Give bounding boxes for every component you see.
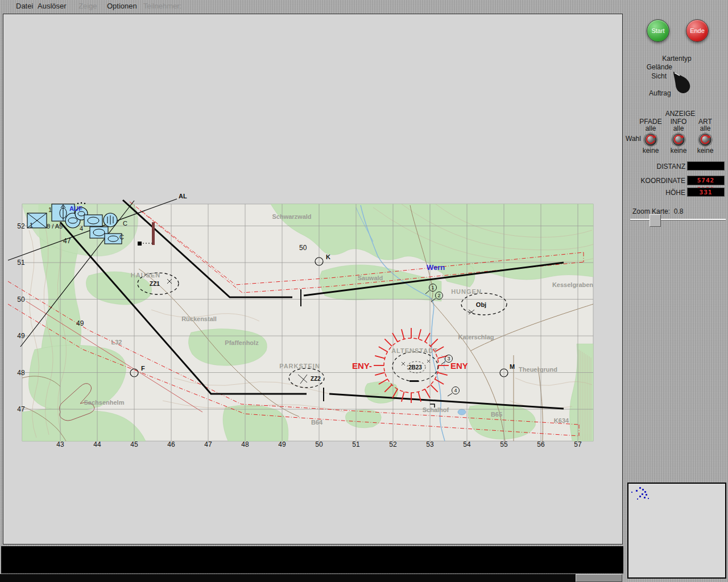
obstacle-bar <box>152 222 155 245</box>
menu-bar: Datei Auslöser Zeige Optionen Teilnehmer… <box>0 0 728 12</box>
svg-text:52: 52 <box>389 440 397 448</box>
minimap-unit-dots <box>628 484 725 577</box>
info-knob[interactable] <box>671 132 686 147</box>
unit-label-c1: C <box>123 220 127 227</box>
art-keine-label[interactable]: keine <box>690 147 720 155</box>
pfade-keine-label[interactable]: keine <box>636 147 665 155</box>
koordinate-label: KOORDINATE <box>617 177 685 185</box>
svg-text:45: 45 <box>130 440 138 448</box>
svg-text:PARKSTEIN: PARKSTEIN <box>279 363 320 369</box>
zoom-slider-track[interactable] <box>630 219 726 220</box>
svg-text:51: 51 <box>352 440 360 448</box>
svg-text:K634: K634 <box>554 417 569 424</box>
hoehe-display: 331 <box>687 188 725 197</box>
unit-label-8a5: 8 / A5 <box>47 223 63 230</box>
auf-label: AUF <box>69 205 82 212</box>
eny-left-label: ENY- <box>352 361 372 371</box>
unit-label-1: 1 <box>30 222 33 228</box>
map-viewport[interactable]: ENY- ENY 2B23 ZZ1 ZZ2 Obj <box>3 14 623 544</box>
info-alle-label[interactable]: alle <box>664 124 693 132</box>
svg-text:46: 46 <box>167 440 175 448</box>
svg-text:Schalhof: Schalhof <box>423 406 449 413</box>
svg-text:B64: B64 <box>311 419 323 426</box>
svg-text:Pfaffenholz: Pfaffenholz <box>225 339 259 346</box>
marker-f: F <box>141 365 145 372</box>
svg-text:B65: B65 <box>491 411 502 418</box>
svg-text:47: 47 <box>63 237 71 245</box>
obj-label: Obj <box>476 301 486 308</box>
waypoint-3: 3 <box>447 356 450 361</box>
kartentyp-label: Kartentyp <box>651 55 702 63</box>
svg-text:L32: L32 <box>111 339 122 346</box>
svg-text:Schwarzwald: Schwarzwald <box>272 213 311 220</box>
svg-text:Sachsenhelm: Sachsenhelm <box>84 399 125 406</box>
b23-label: 2B23 <box>408 364 422 371</box>
zz2-label: ZZ2 <box>311 376 321 382</box>
svg-text:50: 50 <box>17 296 25 304</box>
svg-text:48: 48 <box>241 440 249 448</box>
wahl-label: Wahl <box>626 135 644 143</box>
pfade-alle-label[interactable]: alle <box>636 124 665 132</box>
svg-text:43: 43 <box>56 440 64 448</box>
kartentyp-option-gelaende[interactable]: Gelände <box>637 63 672 71</box>
svg-text:Sauwald: Sauwald <box>358 275 383 281</box>
svg-text:50: 50 <box>299 244 307 252</box>
svg-text:47: 47 <box>204 440 212 448</box>
horizontal-scrollbar-track[interactable] <box>0 574 576 582</box>
info-keine-label[interactable]: keine <box>664 147 693 155</box>
unit-label-1b: 1 <box>48 206 52 213</box>
menu-datei[interactable]: Datei <box>16 2 33 10</box>
river-label: Wern <box>427 263 445 272</box>
koordinate-display: 5742 5158 <box>687 176 725 185</box>
svg-text:50: 50 <box>315 440 323 448</box>
unit-label-4: 4 <box>80 225 83 232</box>
waypoint-1: 1 <box>431 285 434 290</box>
zz1-label: ZZ1 <box>150 281 160 287</box>
svg-text:57: 57 <box>574 440 582 448</box>
svg-text:53: 53 <box>426 440 434 448</box>
waypoint-4: 4 <box>454 388 457 393</box>
svg-text:47: 47 <box>17 405 25 413</box>
kartentyp-option-sicht[interactable]: Sicht <box>637 72 667 80</box>
distanz-label: DISTANZ <box>623 163 685 171</box>
svg-text:Rückenstall: Rückenstall <box>181 315 217 322</box>
svg-text:Katerschlag: Katerschlag <box>458 334 494 340</box>
menu-optionen[interactable]: Optionen <box>107 2 137 10</box>
map-canvas[interactable]: ENY- ENY 2B23 ZZ1 ZZ2 Obj <box>3 14 622 544</box>
svg-text:Kesselgraben: Kesselgraben <box>552 281 593 288</box>
overview-minimap[interactable] <box>627 483 726 579</box>
svg-text:55: 55 <box>500 440 508 448</box>
kartentyp-selector-knob[interactable] <box>672 67 698 94</box>
auftrag-label[interactable]: Auftrag <box>649 89 671 97</box>
svg-text:44: 44 <box>93 440 101 448</box>
marker-m: M <box>510 363 515 370</box>
svg-text:56: 56 <box>537 440 545 448</box>
menu-zeige: Zeige <box>78 2 97 10</box>
svg-text:Theuergrund: Theuergrund <box>519 366 557 373</box>
ende-button[interactable]: Ende <box>686 19 709 42</box>
svg-text:49: 49 <box>76 319 84 327</box>
svg-text:HUNGEN: HUNGEN <box>451 288 482 295</box>
waypoint-2: 2 <box>437 293 440 298</box>
svg-text:49: 49 <box>17 332 25 340</box>
svg-text:54: 54 <box>463 440 471 448</box>
art-alle-label[interactable]: alle <box>690 124 720 132</box>
distanz-display <box>687 161 725 171</box>
pfade-knob[interactable] <box>643 132 658 147</box>
zoom-value: 0.8 <box>674 207 684 215</box>
unit-label-c2: C <box>119 234 124 240</box>
svg-text:52: 52 <box>17 222 25 230</box>
svg-text:49: 49 <box>278 440 286 448</box>
hoehe-label: HÖHE <box>617 189 685 197</box>
eny-right-label: ENY <box>450 361 468 371</box>
status-bar <box>1 546 623 573</box>
svg-text:ALTENSTADT: ALTENSTADT <box>391 347 438 354</box>
svg-text:51: 51 <box>17 259 25 267</box>
start-button[interactable]: Start <box>647 19 669 42</box>
svg-text:48: 48 <box>17 369 25 377</box>
horizontal-scrollbar-thumb[interactable] <box>576 574 622 582</box>
svg-text:HAUSEN: HAUSEN <box>131 272 160 278</box>
zoom-slider-handle[interactable] <box>650 214 661 227</box>
menu-ausloeser[interactable]: Auslöser <box>38 2 67 10</box>
art-knob[interactable] <box>698 132 713 147</box>
